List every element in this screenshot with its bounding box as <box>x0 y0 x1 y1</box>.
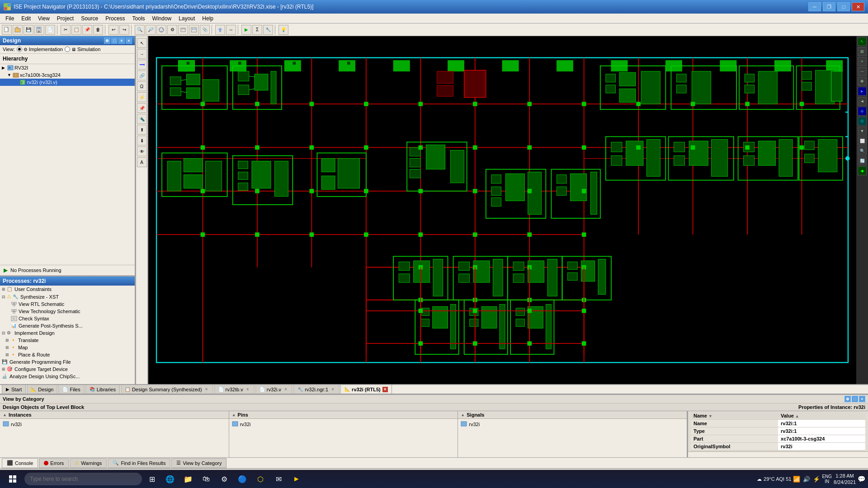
bottom-maximize-btn[interactable]: □ <box>852 396 858 402</box>
taskbar-mail[interactable]: ✉ <box>270 472 287 486</box>
sum-button[interactable]: Σ <box>252 25 262 35</box>
taskbar-store[interactable]: 🛍 <box>198 472 214 486</box>
rt-btn-arrow[interactable]: → <box>137 49 147 59</box>
rt-btn-marker[interactable]: 📌 <box>137 103 147 113</box>
tab-close-rv32i-v[interactable]: × <box>283 387 288 392</box>
volume-icon[interactable]: 🔊 <box>803 476 810 483</box>
proc-user-constraints[interactable]: ⊞ 📋 User Constraints <box>0 286 135 293</box>
proc-translate[interactable]: ⊞ 🔸 Translate <box>0 337 135 344</box>
maximize-button[interactable]: □ <box>837 2 850 11</box>
panel-close-button[interactable]: × <box>126 38 132 44</box>
proc-place-route[interactable]: ⊞ 🔸 Place & Route <box>0 351 135 358</box>
rt-btn-net[interactable]: Ω <box>137 81 147 91</box>
pin-rv32i-row[interactable]: rv32i <box>232 421 455 428</box>
proc-check-syntax[interactable]: Check Syntax <box>0 315 135 322</box>
hierarchy-item-xc7a100t[interactable]: ▼ xc7a100t-3csg324 <box>0 71 135 79</box>
tab-start[interactable]: ▶ Start <box>2 385 26 394</box>
sch-btn-blue2[interactable]: ⊕ <box>858 107 867 116</box>
bottom-close-btn[interactable]: × <box>859 396 865 402</box>
paste-button[interactable]: 📌 <box>82 25 92 35</box>
menu-process[interactable]: Process <box>102 14 128 23</box>
taskbar-settings[interactable]: ⚙ <box>216 472 232 486</box>
taskbar-terminal[interactable]: ► <box>288 472 305 486</box>
instance-rv32i-row[interactable]: rv32i <box>3 421 226 428</box>
sch-btn-cursor[interactable]: ↖ <box>858 37 867 46</box>
panel-float-button[interactable]: □ <box>111 38 118 44</box>
tb-btn4[interactable]: ⚙ <box>167 25 177 35</box>
save-all-button[interactable] <box>34 25 44 35</box>
open-button[interactable] <box>13 25 23 35</box>
redo-button[interactable]: ↪ <box>119 25 129 35</box>
taskbar-edge[interactable]: 🌐 <box>162 472 178 486</box>
sch-btn-ref[interactable]: 🔄 <box>858 156 867 165</box>
taskbar-app2[interactable]: ⬡ <box>252 472 269 486</box>
copy-button[interactable]: 📋 <box>71 25 81 35</box>
proc-view-rtl[interactable]: View RTL Schematic <box>0 300 135 308</box>
tb-btn9[interactable]: ↔ <box>226 25 236 35</box>
sch-btn-pan[interactable]: ✥ <box>858 77 867 86</box>
notification-icon[interactable]: 💬 <box>858 475 865 483</box>
proc-view-tech[interactable]: View Technology Schematic <box>0 308 135 315</box>
taskbar-search[interactable] <box>24 473 142 485</box>
rt-btn-bus[interactable] <box>137 60 147 70</box>
close-button[interactable]: ✕ <box>852 2 864 11</box>
tab-close-rv32i-ngr[interactable]: × <box>330 387 335 392</box>
sch-btn-zoom-out[interactable]: ─ <box>858 67 867 76</box>
bottom-float-btn[interactable]: ⊕ <box>844 396 851 402</box>
run-button[interactable]: ▶ <box>241 25 251 35</box>
panel-pin-button[interactable]: ⊕ <box>104 38 110 44</box>
bottom-tab-view-category[interactable]: ☰ View by Category <box>171 458 226 468</box>
proc-config-target[interactable]: ⊞ 🎯 Configure Target Device <box>0 366 135 373</box>
taskbar-task-view[interactable]: ⊞ <box>144 472 160 486</box>
tab-files[interactable]: 📄 Files <box>58 385 84 394</box>
search-button[interactable]: 🔧 <box>263 25 273 35</box>
tab-design-summary[interactable]: 📋 Design Summary (Synthesized) × <box>121 385 213 394</box>
wifi-icon[interactable]: 📶 <box>793 476 800 483</box>
tb-btn5[interactable] <box>178 25 188 35</box>
menu-layout[interactable]: Layout <box>175 14 198 23</box>
sch-btn-cyan[interactable]: ⊙ <box>858 117 867 126</box>
bottom-tab-console[interactable]: ⬛ Console <box>2 458 38 468</box>
rt-btn-text[interactable]: A <box>137 157 147 167</box>
menu-edit[interactable]: Edit <box>18 14 34 23</box>
proc-map[interactable]: ⊞ 🔸 Map <box>0 344 135 351</box>
bottom-tab-warnings[interactable]: ⚠ Warnings <box>70 458 107 468</box>
new-button[interactable] <box>2 25 12 35</box>
sch-btn-find[interactable]: 🔍 <box>858 146 867 155</box>
tb-btn6[interactable] <box>189 25 199 35</box>
bottom-tab-errors[interactable]: Errors <box>39 458 69 468</box>
rt-btn-hierarchy[interactable]: ⬆ <box>137 125 147 135</box>
taskbar-app1[interactable]: 🔵 <box>234 472 250 486</box>
undo-button[interactable]: ↩ <box>108 25 118 35</box>
menu-tools[interactable]: Tools <box>129 14 149 23</box>
impl-radio-btn[interactable] <box>17 47 22 52</box>
hierarchy-item-rv32i-v[interactable]: V rv32i (rv32i.v) <box>0 79 135 86</box>
tab-close-design-summary[interactable]: × <box>204 387 209 392</box>
menu-file[interactable]: File <box>2 14 18 23</box>
tb-btn1[interactable]: 🔍 <box>135 25 145 35</box>
maximize2-button[interactable]: ❐ <box>823 2 835 11</box>
close-file-button[interactable]: 📄 <box>45 25 55 35</box>
bottom-tab-find-results[interactable]: 🔍 Find in Files Results <box>108 458 170 468</box>
rt-btn-cursor[interactable]: ↖ <box>137 38 147 48</box>
cut-button[interactable]: ✂ <box>61 25 71 35</box>
minimize-button[interactable]: ─ <box>808 2 821 11</box>
hierarchy-item-rv32i[interactable]: ▶ M RV32I <box>0 64 135 71</box>
info-button[interactable]: 💡 <box>278 25 288 35</box>
tb-btn7[interactable]: 📎 <box>200 25 210 35</box>
proc-gen-post-synth[interactable]: 📊 Generate Post-Synthesis S... <box>0 322 135 329</box>
sim-radio[interactable]: 🖥 Simulation <box>65 47 100 52</box>
signal-rv32i-row[interactable]: rv32i <box>461 421 684 428</box>
sch-btn-zoom-fit[interactable]: ⊞ <box>858 47 867 56</box>
delete-button[interactable]: 🗑 <box>93 25 103 35</box>
sch-btn-green[interactable]: ◆ <box>858 166 867 175</box>
tab-rv32i-rtl5[interactable]: 📐 rv32i (RTL5) × <box>340 385 392 394</box>
menu-help[interactable]: Help <box>198 14 217 23</box>
rt-btn-wire[interactable]: 🔗 <box>137 70 147 80</box>
tb-btn8[interactable] <box>215 25 225 35</box>
menu-source[interactable]: Source <box>77 14 102 23</box>
proc-gen-prog[interactable]: 💾 Generate Programming File <box>0 358 135 366</box>
tab-design[interactable]: 📐 Design <box>27 385 57 394</box>
sch-btn-hier[interactable]: ⬜ <box>858 136 867 145</box>
rt-btn-view[interactable]: 👁 <box>137 146 147 156</box>
